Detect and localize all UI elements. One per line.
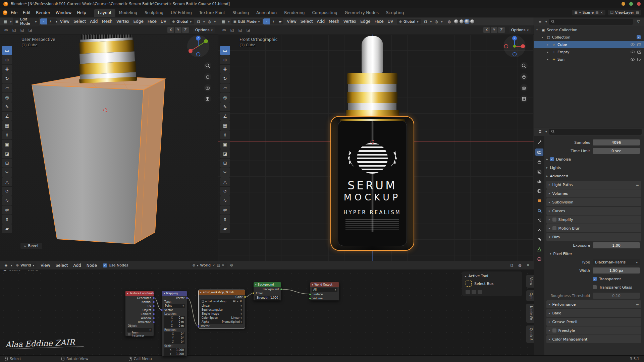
- section-header[interactable]: Grease Pencil≡: [546, 318, 641, 326]
- section-header[interactable]: Freestyle≡: [546, 326, 641, 335]
- annotate-tool[interactable]: [2, 102, 12, 111]
- mapping-field-row[interactable]: Y0°: [164, 336, 185, 340]
- snap-node-icon[interactable]: Ω: [508, 262, 515, 268]
- minimize-button[interactable]: [622, 2, 625, 6]
- cursor-tool[interactable]: [220, 55, 230, 64]
- output-socket[interactable]: [244, 296, 246, 298]
- denoise-checkbox[interactable]: [550, 157, 554, 161]
- menu-item[interactable]: Window: [53, 9, 74, 16]
- node-output-row[interactable]: Generated: [125, 296, 154, 300]
- mirror-axis-button[interactable]: Y: [491, 27, 497, 33]
- material-preview-icon[interactable]: [465, 19, 469, 23]
- section-checkbox[interactable]: [552, 328, 556, 333]
- orientation-dropdown[interactable]: ⊕Global: [397, 19, 421, 24]
- scale-tool[interactable]: [2, 83, 12, 93]
- poly-build-tool[interactable]: [2, 177, 12, 186]
- active-tool-panel[interactable]: ▸Active Tool Select Box: [462, 271, 522, 296]
- select-new-icon[interactable]: ◰: [11, 27, 17, 33]
- solid-shading-icon[interactable]: [460, 19, 464, 23]
- node-texture-coordinate[interactable]: Texture Coordinate GeneratedNormalUVObje…: [125, 291, 154, 337]
- hide-eye-icon[interactable]: [631, 43, 635, 46]
- duplicate-datablock-icon[interactable]: ▤: [217, 263, 220, 267]
- spin-tool[interactable]: [220, 187, 230, 196]
- workspace-tab[interactable]: Shading: [229, 9, 253, 17]
- wireframe-shading-icon[interactable]: [454, 19, 458, 23]
- bevel-operator-panel[interactable]: ▸ Bevel: [20, 242, 43, 249]
- object-data-properties-tab[interactable]: [535, 246, 543, 253]
- new-image-icon[interactable]: ＋: [236, 300, 239, 303]
- vertex-select-icon[interactable]: ·: [40, 18, 47, 24]
- mode-dropdown[interactable]: ▣Edit Mode: [231, 19, 262, 24]
- input-socket[interactable]: [161, 309, 163, 311]
- loop-cut-tool[interactable]: [220, 159, 230, 168]
- node-output-row[interactable]: Color: [199, 295, 245, 299]
- select-new-icon[interactable]: ◰: [229, 27, 235, 33]
- viewport-menu-item[interactable]: Face: [146, 18, 159, 24]
- workspace-tab[interactable]: Layout: [94, 9, 115, 17]
- sidebar-tab[interactable]: View: [526, 275, 534, 288]
- extrude-tool[interactable]: [2, 130, 12, 139]
- hide-eye-icon[interactable]: [631, 51, 635, 53]
- mapping-field-row[interactable]: Rotation:: [162, 328, 187, 332]
- section-menu-icon[interactable]: ≡: [636, 183, 639, 187]
- pixel-filter-width-field[interactable]: 1.50 px: [593, 267, 640, 274]
- render-visibility-icon[interactable]: [637, 51, 641, 54]
- hide-eye-icon[interactable]: [631, 58, 635, 61]
- node-input-row[interactable]: Vector: [199, 324, 245, 328]
- output-socket[interactable]: [153, 297, 155, 299]
- ortho-toggle-icon[interactable]: [204, 95, 211, 103]
- mirror-axis-button[interactable]: X: [483, 27, 490, 33]
- fake-user-shield-icon[interactable]: ✓: [212, 263, 215, 267]
- render-visibility-icon[interactable]: [637, 58, 641, 61]
- rendered-shading-icon[interactable]: [470, 19, 474, 23]
- output-socket[interactable]: [153, 317, 155, 319]
- section-header[interactable]: Volumes≡: [546, 189, 641, 197]
- menu-item[interactable]: File: [8, 9, 20, 16]
- extrude-tool[interactable]: [220, 130, 230, 139]
- input-socket[interactable]: [309, 293, 311, 296]
- transparent-glass-checkbox[interactable]: [593, 285, 597, 289]
- workspace-tab[interactable]: Animation: [253, 9, 280, 17]
- workspace-tab[interactable]: Rendering: [280, 9, 308, 17]
- subpanel-header[interactable]: Advanced: [546, 172, 641, 180]
- modifier-properties-tab[interactable]: [535, 207, 543, 214]
- section-header[interactable]: Curves≡: [546, 207, 641, 215]
- viewport-menu-item[interactable]: Add: [88, 18, 100, 24]
- node-title[interactable]: Background: [254, 282, 281, 287]
- knife-tool[interactable]: [220, 168, 230, 177]
- edge-slide-tool[interactable]: [2, 205, 12, 215]
- render-properties-tab[interactable]: [535, 148, 543, 156]
- roughness-threshold-field[interactable]: 0.10: [593, 293, 640, 299]
- edge-select-icon[interactable]: ∕: [47, 18, 54, 24]
- editor-type-icon[interactable]: ≡: [537, 19, 543, 25]
- properties-search[interactable]: [549, 129, 642, 135]
- menu-item[interactable]: Edit: [20, 9, 33, 16]
- section-header[interactable]: Motion Blur≡: [546, 224, 641, 232]
- unlink-scene-icon[interactable]: ✕: [600, 11, 603, 14]
- node-input-row[interactable]: Vector: [162, 308, 187, 312]
- viewport-menu-item[interactable]: Mesh: [100, 18, 114, 24]
- from-instancer-row[interactable]: From Instancer: [125, 332, 154, 336]
- rotate-tool[interactable]: [220, 74, 230, 83]
- pan-hand-icon[interactable]: [204, 73, 211, 80]
- tool-tab[interactable]: [535, 139, 543, 146]
- viewport-menu-item[interactable]: Edge: [358, 18, 372, 24]
- node-title[interactable]: artist_workshop_2k.hdr: [199, 290, 245, 295]
- footer-icon[interactable]: [478, 290, 482, 294]
- add-cube-tool[interactable]: [2, 121, 12, 130]
- world-datablock-selector[interactable]: ⊕ World ✓ ▤ ✕: [190, 262, 227, 268]
- strength-field[interactable]: Strength1.000: [255, 296, 279, 300]
- outliner-item-label[interactable]: Sun: [557, 57, 565, 62]
- mapping-field-row[interactable]: Y1.000: [164, 352, 185, 356]
- sidebar-tab[interactable]: Opt: [526, 290, 534, 301]
- smooth-tool[interactable]: [220, 196, 230, 205]
- move-tool[interactable]: [2, 65, 12, 74]
- subpanel-header[interactable]: Lights: [546, 164, 641, 172]
- node-world-output[interactable]: World Output All Surface Volume: [310, 282, 339, 301]
- select-extend-icon[interactable]: ◱: [237, 27, 244, 33]
- unlink-datablock-icon[interactable]: ✕: [222, 263, 224, 267]
- footer-icon[interactable]: [466, 290, 470, 294]
- node-title[interactable]: World Output: [310, 282, 339, 287]
- output-socket[interactable]: [153, 313, 155, 315]
- output-socket[interactable]: [153, 301, 155, 303]
